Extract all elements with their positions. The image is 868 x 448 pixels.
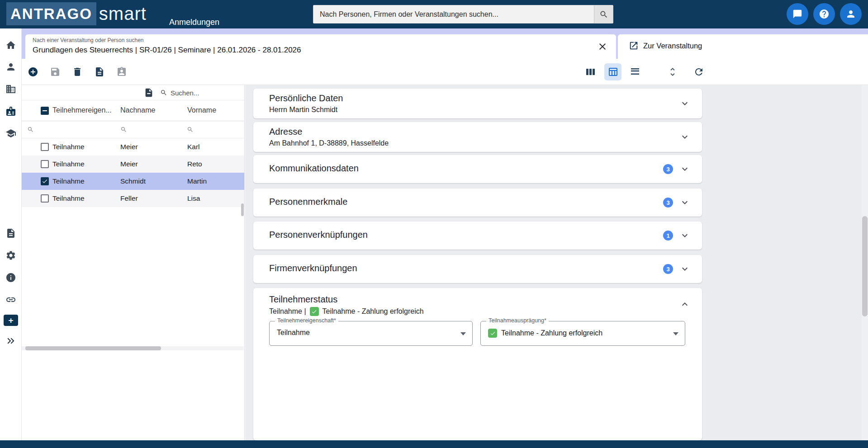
column-header-property[interactable]: Teilnehmereigen... — [52, 106, 112, 114]
sidebar-item-companies[interactable] — [5, 84, 16, 94]
status-summary: Teilnahme | Teilnahme - Zahlung erfolgre… — [269, 307, 424, 316]
dropdown-caret-icon[interactable] — [460, 332, 466, 335]
field-value-text: Teilnahme - Zahlung erfolgreich — [501, 329, 602, 337]
sidebar-expand-button[interactable] — [5, 335, 17, 347]
info-icon — [5, 272, 16, 283]
list-vertical-scrollbar-thumb[interactable] — [241, 203, 244, 216]
cell-lastname: Feller — [120, 194, 138, 203]
document-icon — [5, 228, 16, 239]
section-address[interactable]: Adresse Am Bahnhof 1, D-38889, Hasselfel… — [253, 122, 702, 152]
cell-firstname: Karl — [187, 143, 200, 151]
clear-event-button[interactable] — [597, 41, 608, 52]
sidebar-add-button[interactable]: + — [4, 315, 18, 326]
field-value: Teilnahme — [277, 329, 310, 337]
cell-property: Teilnahme — [52, 160, 85, 168]
app-logo[interactable]: ANTRAGO smart — [6, 2, 147, 25]
chevron-down-icon — [679, 197, 690, 208]
cell-firstname: Lisa — [187, 194, 200, 203]
sidebar-item-seminars[interactable] — [5, 128, 16, 139]
row-checkbox-checked[interactable] — [41, 177, 49, 185]
table-row[interactable]: Teilnahme Meier Reto — [22, 156, 244, 173]
section-subtitle: Am Bahnhof 1, D-38889, Hasselfelde — [269, 139, 389, 147]
participant-details-panel: Persönliche Daten Herrn Martin Schmidt A… — [245, 85, 868, 440]
table-row-selected[interactable]: Teilnahme Schmidt Martin — [22, 173, 244, 190]
field-label: Teilnehmereigenschaft* — [275, 317, 338, 324]
plus-icon: + — [8, 316, 13, 325]
horizontal-scrollbar[interactable] — [22, 346, 244, 350]
expand-section-button[interactable] — [679, 230, 690, 241]
go-to-event-link[interactable]: Zur Veranstaltung — [629, 41, 702, 51]
account-icon — [845, 9, 856, 19]
horizontal-scrollbar-thumb[interactable] — [25, 346, 161, 350]
section-personal-data[interactable]: Persönliche Daten Herrn Martin Schmidt — [253, 89, 702, 118]
list-view-button[interactable] — [630, 66, 640, 77]
expand-section-button[interactable] — [679, 197, 690, 208]
column-view-button[interactable] — [585, 66, 596, 77]
refresh-button[interactable] — [693, 66, 704, 77]
global-search-input[interactable] — [313, 5, 594, 23]
global-search-button[interactable] — [594, 5, 613, 23]
collapse-section-button[interactable] — [679, 299, 690, 310]
field-label: Teilnahmeausprägung* — [486, 317, 549, 324]
global-search — [313, 5, 613, 24]
search-icon — [160, 89, 167, 96]
list-search-input[interactable] — [171, 89, 234, 97]
table-view-button[interactable] — [604, 63, 621, 80]
count-badge: 3 — [663, 198, 673, 207]
file-icon — [94, 66, 105, 77]
participants-list-panel: Teilnehmereigen... Nachname Vorname Teil… — [22, 85, 245, 440]
event-search-box[interactable]: Nach einer Veranstaltung oder Person suc… — [25, 34, 616, 59]
expand-collapse-all-button[interactable] — [667, 66, 678, 77]
table-row[interactable]: Teilnahme Feller Lisa — [22, 190, 244, 207]
filter-search-icon[interactable] — [187, 126, 194, 133]
account-button[interactable] — [840, 3, 862, 25]
save-button[interactable] — [50, 66, 61, 77]
row-checkbox[interactable] — [41, 143, 49, 151]
filter-search-icon[interactable] — [120, 126, 127, 133]
participant-card-button[interactable] — [116, 66, 127, 77]
filter-search-icon[interactable] — [27, 126, 34, 133]
details-scrollbar[interactable] — [862, 85, 868, 440]
sidebar-item-registrations[interactable] — [5, 106, 16, 117]
column-header-firstname[interactable]: Vorname — [187, 106, 216, 114]
section-person-attributes[interactable]: Personenmerkmale 3 — [253, 189, 702, 217]
cell-property: Teilnahme — [52, 177, 85, 185]
person-icon — [5, 61, 16, 72]
sidebar-item-persons[interactable] — [5, 61, 16, 72]
page-title: Anmeldungen — [169, 18, 219, 27]
sidebar-item-settings[interactable] — [5, 250, 16, 261]
document-action-button[interactable] — [94, 66, 105, 77]
expand-section-button[interactable] — [679, 264, 690, 274]
section-person-links[interactable]: Personenverknüpfungen 1 — [253, 222, 702, 250]
bottom-status-bar — [0, 440, 868, 448]
participation-type-select[interactable]: Teilnahmeausprägung* Teilnahme - Zahlung… — [480, 321, 685, 346]
column-header-lastname[interactable]: Nachname — [120, 106, 155, 114]
add-record-button[interactable] — [28, 66, 38, 77]
sidebar-item-home[interactable] — [5, 40, 16, 51]
select-all-checkbox[interactable] — [41, 107, 49, 115]
table-row[interactable]: Teilnahme Meier Karl — [22, 138, 244, 156]
row-checkbox[interactable] — [41, 160, 49, 168]
chat-button[interactable] — [787, 3, 808, 25]
expand-section-button[interactable] — [679, 164, 690, 174]
clear-filter-button[interactable] — [144, 88, 154, 98]
topbar-actions — [787, 3, 862, 25]
section-company-links[interactable]: Firmenverknüpfungen 3 — [253, 255, 702, 283]
section-participant-status[interactable]: Teilnehmerstatus Teilnahme | Teilnahme -… — [253, 288, 702, 440]
expand-section-button[interactable] — [679, 132, 690, 142]
row-checkbox[interactable] — [41, 194, 49, 203]
sidebar-item-documents[interactable] — [5, 228, 16, 239]
gear-icon — [5, 250, 16, 261]
delete-button[interactable] — [72, 66, 83, 77]
list-header-row: Teilnehmereigen... Nachname Vorname — [22, 100, 244, 121]
chevron-down-icon — [679, 264, 690, 274]
context-bar: Nach einer Veranstaltung oder Person suc… — [22, 28, 868, 59]
help-button[interactable] — [813, 3, 835, 25]
participation-property-select[interactable]: Teilnehmereigenschaft* Teilnahme — [269, 321, 473, 346]
sidebar-item-links[interactable] — [5, 294, 16, 305]
details-scrollbar-thumb[interactable] — [862, 216, 868, 316]
section-communication-data[interactable]: Kommunikationsdaten 3 — [253, 155, 702, 183]
expand-section-button[interactable] — [679, 98, 690, 109]
sidebar-item-info[interactable] — [5, 272, 16, 283]
dropdown-caret-icon[interactable] — [673, 332, 678, 335]
